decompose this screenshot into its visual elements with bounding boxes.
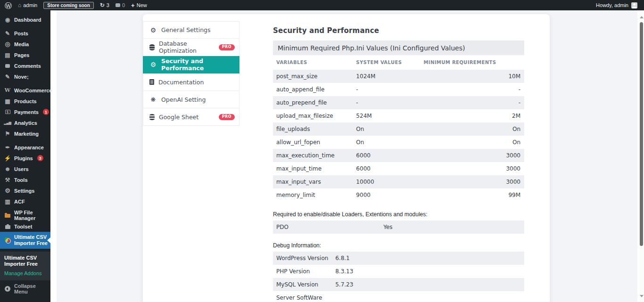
sidebar-item-label: Payments (14, 109, 39, 115)
scrollbar[interactable] (639, 10, 644, 302)
scroll-up-arrow[interactable] (640, 14, 644, 18)
table-row: upload_max_filesize524M2M (273, 109, 524, 122)
cell: 5.7.23 (335, 281, 524, 288)
sidebar-item-nove[interactable]: Nove; (0, 71, 50, 82)
comments-icon (4, 64, 11, 68)
sidebar-item-label: Products (14, 98, 37, 104)
cell: max_input_vars (276, 179, 356, 185)
tab-label: General Settings (161, 26, 211, 33)
submenu-title[interactable]: Ultimate CSV Importer Free (0, 255, 50, 267)
scroll-thumb[interactable] (640, 22, 643, 246)
manage-addons-link[interactable]: Manage Addons (0, 270, 50, 276)
pro-badge: PRO (219, 44, 235, 50)
sidebar-item-woocommerce[interactable]: WooCommerce (0, 85, 50, 96)
products-icon (4, 98, 11, 104)
sidebar-item-comments[interactable]: Comments (0, 60, 50, 71)
active-arrow (47, 237, 50, 243)
woocommerce-icon (4, 88, 11, 93)
table-row: max_input_time60003000 (273, 162, 524, 175)
cell: allow_url_fopen (276, 139, 356, 146)
comments-icon (116, 3, 120, 7)
count-badge: 3 (37, 155, 43, 161)
pages-icon (4, 52, 11, 58)
loaders-table-body: PDOYes (273, 220, 524, 234)
ini-table-body: post_max_size1024M10Mauto_append_file--a… (273, 70, 524, 202)
comments-count: 0 (122, 2, 125, 8)
collapse-menu-button[interactable]: Collapse Menu (0, 283, 50, 294)
sidebar-item-marketing[interactable]: Marketing (0, 128, 50, 139)
column-header: SYSTEM VALUES (356, 60, 423, 65)
database-icon (149, 114, 155, 120)
table-row: memory_limit900099M (273, 188, 524, 202)
table-row: auto_append_file-- (273, 83, 524, 96)
wordpress-logo-icon[interactable]: Ⓦ (5, 2, 12, 9)
tab-database-optimization[interactable]: Database OptimizationPRO (143, 39, 239, 56)
tab-openai-setting[interactable]: OpenAI Setting (143, 91, 239, 108)
cell: 6.8.1 (335, 255, 524, 261)
sidebar-item-wp-file-manager[interactable]: WP File Manager (0, 210, 50, 221)
cell: Yes (383, 224, 524, 230)
comments-menu[interactable]: 0 (116, 2, 125, 8)
new-menu[interactable]: + New (131, 2, 147, 8)
document-icon (149, 79, 154, 85)
cell: auto_prepend_file (276, 99, 356, 106)
cell: On (423, 139, 524, 146)
tab-label: Security and Performance (161, 57, 239, 72)
table-row: post_max_size1024M10M (273, 70, 524, 83)
ini-table-header: VARIABLESSYSTEM VALUESMINIMUM REQUIREMEN… (273, 55, 524, 70)
cell: upload_max_filesize (276, 113, 356, 119)
dashboard-icon (4, 17, 11, 23)
cell: 3000 (423, 152, 524, 159)
sidebar-item-users[interactable]: Users (0, 163, 50, 174)
sidebar-item-plugins[interactable]: Plugins3 (0, 153, 50, 163)
tab-label: Database Optimization (159, 40, 215, 54)
table-row: max_execution_time60003000 (273, 149, 524, 162)
cell: memory_limit (276, 192, 356, 198)
scroll-down-arrow[interactable] (640, 295, 644, 299)
sidebar-item-label: Nove; (14, 74, 29, 80)
sidebar-item-payments[interactable]: Payments1 (0, 106, 50, 117)
sidebar-item-tools[interactable]: Tools (0, 174, 50, 185)
cell: On (356, 126, 423, 132)
table-row: PHP Version8.3.13 (273, 265, 524, 278)
tab-general-settings[interactable]: General Settings (143, 21, 239, 39)
sidebar-item-media[interactable]: Media (0, 39, 50, 49)
sidebar-item-settings[interactable]: Settings (0, 185, 50, 196)
sidebar: DashboardPostsMediaPagesCommentsNove;Woo… (0, 10, 50, 302)
cell: 3000 (423, 179, 524, 185)
folder-icon (4, 213, 11, 218)
tab-security-and-performance[interactable]: Security and Performance (143, 56, 239, 73)
sidebar-item-label: Analytics (14, 120, 37, 126)
cell: post_max_size (276, 73, 356, 80)
sidebar-item-pages[interactable]: Pages (0, 49, 50, 60)
updates-menu[interactable]: ↻ 3 (100, 2, 109, 8)
tab-documentation[interactable]: Documentation (143, 73, 239, 91)
admin-bar: Ⓦ ⌂ admin Store coming soon ↻ 3 0 + New … (0, 0, 644, 10)
sidebar-item-label: Comments (14, 63, 41, 69)
sidebar-item-appearance[interactable]: Appearance (0, 142, 50, 153)
sidebar-item-products[interactable]: Products (0, 96, 50, 106)
site-menu[interactable]: ⌂ admin (18, 2, 37, 8)
media-icon (4, 41, 11, 47)
cell: PHP Version (276, 268, 335, 275)
sidebar-item-toolset[interactable]: Toolset (0, 221, 50, 232)
sidebar-item-label: Appearance (14, 145, 44, 150)
sidebar-item-dashboard[interactable]: Dashboard (0, 14, 50, 25)
sidebar-item-ultimate-csv-importer-free[interactable]: Ultimate CSV Importer Free (0, 232, 50, 249)
sidebar-item-acf[interactable]: ACF (0, 196, 50, 207)
sidebar-item-analytics[interactable]: Analytics (0, 117, 50, 128)
howdy-menu[interactable]: Howdy, admin (596, 2, 628, 8)
pro-badge: PRO (219, 114, 235, 120)
site-name: admin (23, 2, 37, 8)
tab-label: OpenAI Setting (161, 96, 206, 103)
sidebar-item-label: Plugins (14, 155, 33, 161)
marketing-icon (4, 131, 11, 137)
loaders-label: Required to enable/disable Loaders, Exte… (273, 211, 524, 218)
sidebar-item-posts[interactable]: Posts (0, 28, 50, 39)
new-label: New (137, 2, 147, 8)
column-header: MINIMUM REQUIREMENTS (423, 60, 524, 65)
user-avatar[interactable] (631, 2, 637, 8)
count-badge: 1 (43, 109, 49, 115)
sidebar-item-label: WooCommerce (14, 88, 52, 93)
tab-google-sheet[interactable]: Google SheetPRO (143, 108, 239, 126)
